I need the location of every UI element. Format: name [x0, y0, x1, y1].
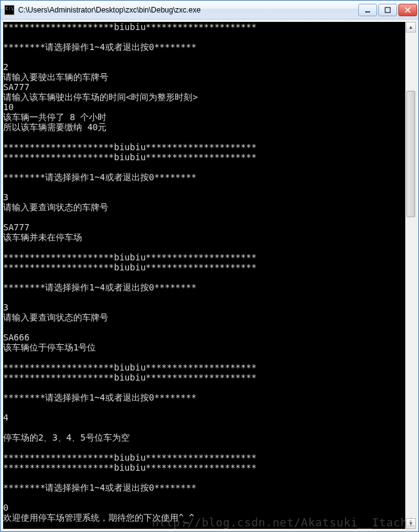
window-buttons [358, 4, 417, 16]
titlebar[interactable]: C:\Users\Administrator\Desktop\zxc\bin\D… [1, 1, 418, 19]
scroll-track[interactable] [406, 33, 416, 518]
maximize-icon [385, 7, 391, 13]
console-output[interactable]: *********************biubiu*************… [3, 22, 405, 529]
svg-rect-0 [365, 11, 370, 13]
scroll-up-button[interactable]: ▲ [406, 22, 416, 33]
minimize-button[interactable] [358, 4, 377, 16]
close-icon [405, 7, 411, 13]
window-frame: C:\Users\Administrator\Desktop\zxc\bin\D… [0, 0, 419, 532]
window-title: C:\Users\Administrator\Desktop\zxc\bin\D… [18, 6, 358, 14]
scroll-down-button[interactable]: ▼ [406, 518, 416, 529]
vertical-scrollbar[interactable]: ▲ ▼ [405, 22, 416, 529]
minimize-icon [365, 7, 371, 13]
app-icon [4, 5, 14, 15]
client-area: *********************biubiu*************… [1, 19, 418, 531]
scroll-thumb[interactable] [406, 91, 415, 217]
close-button[interactable] [398, 4, 417, 16]
svg-rect-1 [385, 8, 390, 13]
maximize-button[interactable] [378, 4, 397, 16]
